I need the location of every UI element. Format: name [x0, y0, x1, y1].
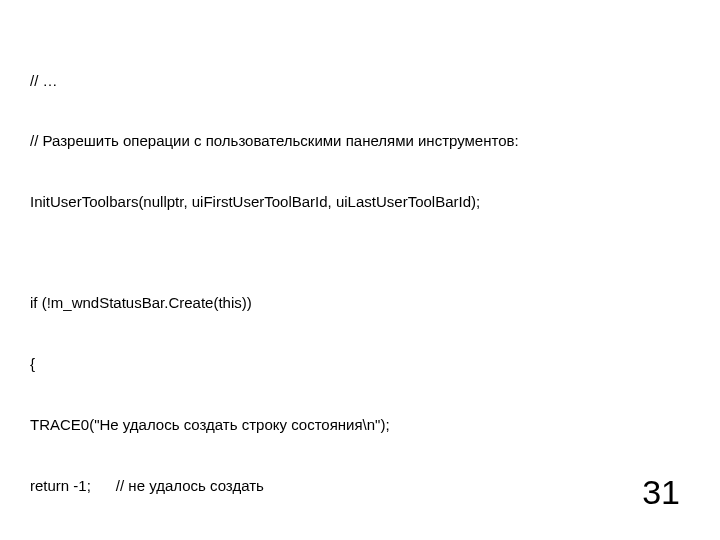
code-line: // Разрешить операции с пользовательским…	[30, 131, 690, 151]
page-number: 31	[642, 473, 680, 512]
code-line: TRACE0("Не удалось создать строку состоя…	[30, 415, 690, 435]
code-line: }	[30, 536, 690, 540]
slide: // … // Разрешить операции с пользовател…	[0, 0, 720, 540]
code-line: return -1; // не удалось создать	[30, 476, 690, 496]
code-line: {	[30, 354, 690, 374]
code-block: // … // Разрешить операции с пользовател…	[30, 30, 690, 540]
code-line: if (!m_wndStatusBar.Create(this))	[30, 293, 690, 313]
code-line: // …	[30, 71, 690, 91]
code-line: InitUserToolbars(nullptr, uiFirstUserToo…	[30, 192, 690, 212]
